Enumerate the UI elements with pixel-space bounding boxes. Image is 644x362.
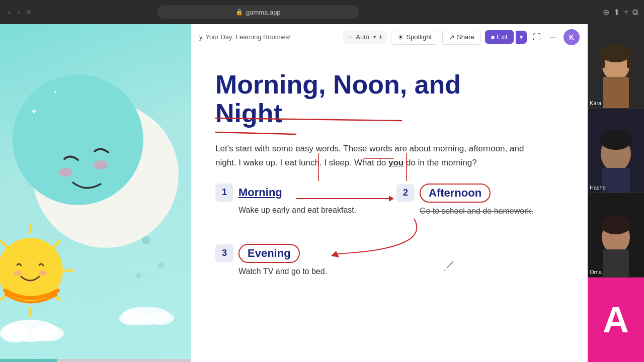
body-text-bold: you: [388, 158, 404, 167]
fullscreen-btn[interactable]: ⛶: [531, 31, 543, 44]
zoom-minus-btn[interactable]: −: [347, 33, 352, 42]
participant-video-oma: Oma: [588, 193, 644, 278]
slide-body: Let's start with some easy words. These …: [215, 142, 537, 169]
url-text: gamma.app: [246, 9, 281, 16]
svg-point-47: [600, 130, 632, 150]
toolbar: y, Your Day: Learning Routines! − Auto ▾…: [191, 24, 588, 50]
svg-point-5: [146, 312, 174, 325]
zoom-control: − Auto ▾ +: [343, 31, 387, 44]
svg-point-1: [0, 324, 30, 342]
item-desc-evening: Watch TV and go to bed.: [215, 266, 327, 277]
back-icon[interactable]: ‹: [6, 7, 13, 17]
item-card-afternoon: 2 Afternoon Go to school and do homework…: [396, 184, 533, 217]
svg-text:✦: ✦: [53, 89, 58, 96]
participant-label-oma: Oma: [590, 269, 602, 275]
share-button[interactable]: ↗ Share: [442, 30, 481, 45]
svg-point-2: [32, 325, 64, 341]
illustration-svg: ✦ ✦ ✦: [0, 24, 191, 362]
browser-action-4[interactable]: ⧉: [632, 8, 638, 17]
slide-content: Morning, Noon, and Night Let's start wit…: [191, 50, 588, 362]
zoom-dropdown-icon[interactable]: ▾: [373, 34, 376, 40]
item-desc-morning: Wake up early and eat breakfast.: [215, 205, 356, 216]
item-card-morning: 1 Morning Wake up early and eat breakfas…: [215, 184, 356, 216]
svg-point-25: [158, 262, 164, 268]
svg-line-18: [1, 241, 7, 247]
title-line2: Night: [215, 99, 282, 128]
exit-icon: ■: [491, 34, 495, 41]
title-line1: Morning, Noon, and: [215, 70, 461, 99]
slide-title: Morning, Noon, and Night: [215, 70, 564, 128]
browser-action-2[interactable]: ⬆: [613, 8, 620, 17]
items-area: 1 Morning Wake up early and eat breakfas…: [215, 184, 564, 294]
item-number-2: 2: [396, 184, 415, 202]
svg-marker-33: [389, 196, 394, 202]
body-text-start: Let's start with some easy words. These …: [215, 144, 524, 167]
exit-label: Exit: [497, 33, 508, 41]
oma-video-bg: [588, 193, 644, 278]
more-btn[interactable]: ···: [547, 31, 559, 44]
progress-bar: [0, 359, 191, 362]
item-title-afternoon: Afternoon: [420, 184, 491, 203]
exit-button[interactable]: ■ Exit: [485, 30, 514, 44]
svg-rect-50: [603, 249, 629, 278]
zoom-plus-btn[interactable]: +: [378, 33, 383, 42]
svg-rect-43: [627, 53, 631, 68]
svg-point-4: [119, 311, 147, 325]
svg-point-8: [58, 168, 72, 177]
item-desc-afternoon: Go to school and do homework.: [396, 206, 533, 217]
spotlight-label: Spotlight: [406, 33, 432, 41]
exit-dropdown-btn[interactable]: ▾: [516, 31, 527, 44]
participant-label-kara: Kara: [590, 100, 601, 106]
forward-icon[interactable]: ›: [16, 7, 22, 17]
pink-tile-letter: A: [603, 299, 629, 340]
right-sidebar: Kara Hashe Oma: [588, 24, 644, 362]
svg-line-35: [447, 263, 452, 268]
share-label: Share: [457, 33, 474, 41]
kara-video-bg: [588, 24, 644, 109]
progress-fill: [0, 359, 57, 362]
svg-text:✦: ✦: [30, 107, 38, 117]
illustration-panel: ✦ ✦ ✦: [0, 24, 191, 362]
zoom-label: Auto: [354, 33, 371, 41]
participant-label-hashe: Hashe: [590, 185, 606, 191]
annotations-svg: [215, 153, 578, 314]
svg-line-36: [451, 261, 453, 264]
svg-rect-42: [601, 53, 605, 68]
reload-icon[interactable]: ⟳: [25, 8, 33, 17]
share-icon: ↗: [449, 33, 455, 41]
pink-tile: A: [588, 278, 644, 362]
avatar[interactable]: K: [564, 29, 580, 45]
svg-point-41: [601, 44, 631, 62]
toolbar-title: y, Your Day: Learning Routines!: [199, 33, 339, 41]
browser-action-3[interactable]: +: [624, 8, 628, 17]
svg-point-26: [136, 273, 141, 278]
svg-rect-46: [602, 168, 630, 193]
svg-line-28: [215, 132, 296, 134]
svg-text:✦: ✦: [151, 118, 157, 126]
participant-video-hashe: Hashe: [588, 109, 644, 193]
svg-line-37: [444, 269, 446, 270]
afternoon-desc-strikethrough: Go to school and do homework.: [420, 207, 533, 215]
item-title-evening: Evening: [238, 244, 300, 263]
svg-line-19: [54, 241, 59, 247]
spotlight-button[interactable]: ☀ Spotlight: [391, 30, 438, 45]
body-text-end: do in the morning?: [404, 158, 477, 167]
svg-marker-34: [331, 251, 339, 257]
svg-point-22: [14, 270, 22, 276]
browser-action-1[interactable]: ⊕: [603, 8, 609, 17]
browser-chrome: ‹ › ⟳ 🔒 gamma.app ⊕ ⬆ + ⧉: [0, 0, 644, 24]
spotlight-icon: ☀: [397, 33, 404, 41]
item-number-3: 3: [215, 244, 233, 262]
address-bar[interactable]: 🔒 gamma.app: [157, 5, 359, 19]
svg-point-23: [39, 270, 47, 276]
item-card-evening: 3 Evening Watch TV and go to bed.: [215, 244, 327, 277]
svg-rect-40: [603, 77, 629, 109]
svg-point-9: [94, 160, 108, 169]
hashe-video-bg: [588, 109, 644, 193]
svg-point-24: [142, 236, 150, 244]
svg-point-51: [601, 216, 631, 234]
participant-video-kara: Kara: [588, 24, 644, 109]
item-number-1: 1: [215, 184, 233, 202]
presentation-area: y, Your Day: Learning Routines! − Auto ▾…: [191, 24, 588, 362]
item-title-morning: Morning: [238, 186, 282, 199]
